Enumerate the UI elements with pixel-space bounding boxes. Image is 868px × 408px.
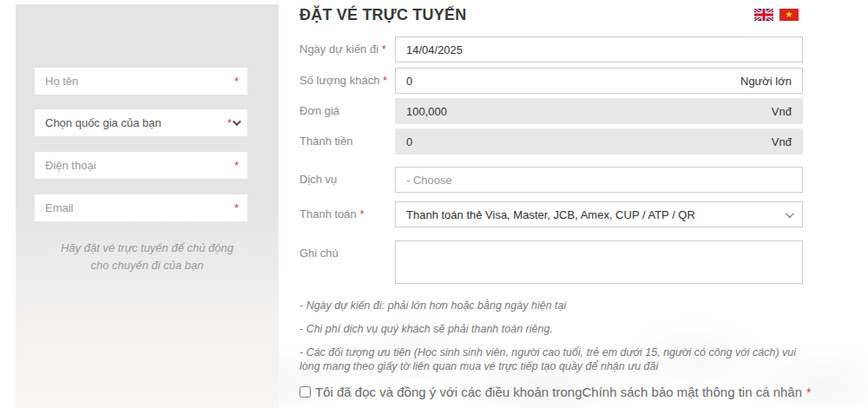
note-departure-rule: - Ngày dự kiến đi: phải lớn hơn hoặc bằn…: [299, 299, 805, 313]
total-amount-input: [406, 135, 772, 148]
departure-date-label: Ngày dự kiến đi *: [299, 36, 391, 63]
chevron-down-icon: [233, 117, 241, 126]
required-asterisk: *: [806, 385, 811, 399]
consent-row: Tôi đã đọc và đồng ý với các điều khoản …: [299, 385, 820, 399]
form-row-payment-method: Thanh toán *: [299, 201, 803, 227]
total-amount-fieldbox: Vnđ: [395, 128, 803, 155]
notes-label: Ghi chú: [299, 240, 391, 267]
chevron-down-icon: [786, 209, 794, 218]
payment-method-value[interactable]: [406, 208, 779, 221]
language-switcher: ★: [754, 9, 799, 21]
notes-textarea[interactable]: [406, 243, 792, 283]
guest-type-suffix: Người lớn: [740, 75, 792, 88]
contact-sidebar: * Chọn quốc gia của bạn * * * Hãy đặt vé…: [16, 4, 279, 408]
payment-method-label: Thanh toán *: [299, 201, 391, 227]
notes-fieldbox: [395, 240, 803, 284]
tagline-line-1: Hãy đặt vé trực tuyến để chủ động: [16, 240, 279, 257]
unit-price-label: Đơn giá: [299, 98, 391, 124]
uk-flag-icon[interactable]: [754, 9, 773, 21]
required-asterisk: *: [383, 74, 387, 87]
currency-suffix: Vnđ: [772, 135, 792, 148]
departure-date-fieldbox: [395, 36, 803, 63]
form-row-total-amount: Thành tiền Vnđ: [299, 128, 803, 155]
form-row-unit-price: Đơn giá Vnđ: [299, 98, 803, 124]
guest-count-fieldbox: Người lớn: [395, 68, 803, 94]
privacy-policy-link[interactable]: Chính sách bảo mật thông tin cá nhân: [582, 385, 803, 399]
full-name-input[interactable]: [45, 75, 229, 88]
services-fieldbox: [395, 167, 803, 193]
unit-price-fieldbox: Vnđ: [395, 98, 803, 124]
services-label: Dịch vụ: [299, 167, 391, 193]
departure-date-input[interactable]: [406, 43, 792, 56]
label-text: Thanh toán: [299, 207, 357, 220]
form-notes: - Ngày dự kiến đi: phải lớn hơn hoặc bằn…: [299, 299, 805, 383]
email-input[interactable]: [45, 201, 229, 214]
label-text: Số lượng khách: [299, 74, 379, 87]
note-priority-discount: - Các đối tượng ưu tiên (Học sinh sinh v…: [299, 345, 805, 373]
required-asterisk: *: [227, 116, 232, 129]
country-select[interactable]: Chọn quốc gia của bạn *: [35, 109, 247, 136]
full-name-field[interactable]: *: [35, 68, 247, 95]
country-select-label: Chọn quốc gia của bạn: [45, 116, 227, 129]
payment-method-select[interactable]: [395, 201, 803, 227]
label-text: Ghi chú: [299, 247, 339, 260]
required-asterisk: *: [382, 43, 386, 56]
consent-checkbox[interactable]: [299, 386, 311, 398]
country-dropdown-icon: *: [227, 116, 239, 129]
sidebar-tagline: Hãy đặt vé trực tuyến để chủ động cho ch…: [16, 240, 279, 274]
guest-count-input[interactable]: [406, 75, 740, 88]
consent-text: Tôi đã đọc và đồng ý với các điều khoản …: [315, 385, 582, 399]
required-asterisk: *: [234, 75, 239, 88]
label-text: Thành tiền: [299, 135, 352, 148]
label-text: Ngày dự kiến đi: [299, 43, 378, 56]
services-select-input[interactable]: [406, 174, 792, 187]
email-field[interactable]: *: [35, 194, 247, 221]
form-row-services: Dịch vụ: [299, 167, 803, 193]
total-amount-label: Thành tiền: [299, 128, 391, 155]
currency-suffix: Vnđ: [772, 105, 792, 118]
label-text: Đơn giá: [299, 104, 339, 117]
note-service-fee: - Chi phí dịch vụ quý khách sẽ phải than…: [299, 322, 805, 336]
vietnam-flag-icon[interactable]: ★: [779, 9, 799, 21]
tagline-line-2: cho chuyến đi của bạn: [16, 257, 279, 274]
required-asterisk: *: [234, 201, 239, 214]
booking-page: * Chọn quốc gia của bạn * * * Hãy đặt vé…: [0, 0, 868, 408]
form-row-departure-date: Ngày dự kiến đi *: [299, 36, 803, 63]
label-text: Dịch vụ: [299, 173, 337, 186]
form-row-guest-count: Số lượng khách * Người lớn: [299, 68, 803, 94]
star-glyph: ★: [786, 10, 793, 19]
guest-count-label: Số lượng khách *: [299, 68, 391, 94]
unit-price-input: [406, 105, 772, 118]
required-asterisk: *: [359, 207, 364, 220]
phone-input[interactable]: [45, 159, 229, 172]
phone-field[interactable]: *: [35, 152, 247, 179]
form-row-notes: Ghi chú: [299, 240, 803, 284]
page-title: ĐẶT VÉ TRỰC TUYẾN: [299, 6, 466, 24]
required-asterisk: *: [234, 159, 239, 172]
